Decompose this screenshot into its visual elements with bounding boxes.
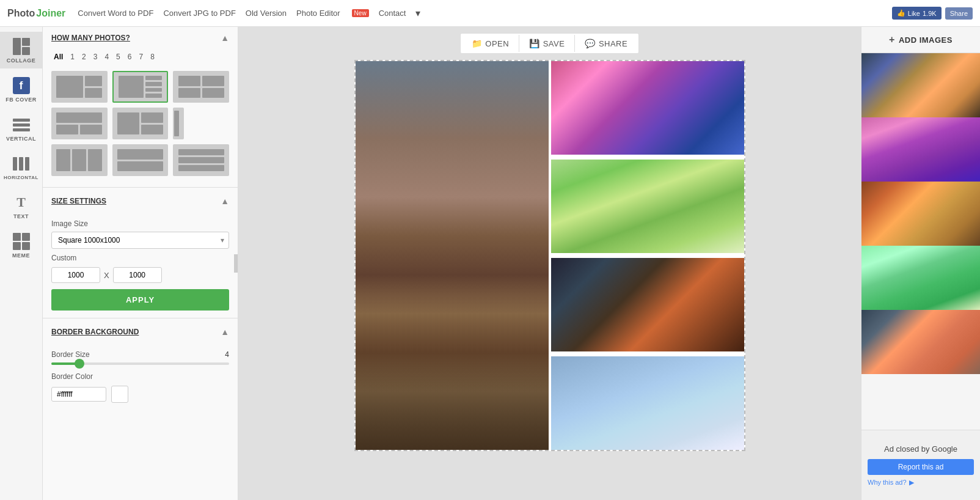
nav-old-version[interactable]: Old Version <box>246 9 287 18</box>
size-settings-chevron-icon: ▲ <box>221 196 229 206</box>
ad-area: Ad closed by Google Report this ad Why t… <box>861 430 980 500</box>
size-settings-title: SIZE SETTINGS <box>51 197 106 205</box>
horizontal-icon <box>12 154 31 174</box>
share-button[interactable]: 💬 SHARE <box>576 34 636 53</box>
border-bg-chevron-icon: ▲ <box>221 327 229 337</box>
custom-size-row: X <box>51 267 229 283</box>
new-badge: New <box>352 9 369 17</box>
sidebar-item-text[interactable]: T TEXT <box>0 188 42 224</box>
how-many-photos-header[interactable]: HOW MANY PHOTOS? ▲ <box>43 27 238 49</box>
border-color-row: Border Color <box>51 372 229 381</box>
toolbar-divider-2 <box>574 35 575 52</box>
size-settings-header[interactable]: SIZE SETTINGS ▲ <box>43 190 238 212</box>
sidebar-text-label: TEXT <box>13 213 29 219</box>
sidebar-item-collage[interactable]: COLLAGE <box>0 32 42 68</box>
sidebar-horizontal-label: HORIZONTAL <box>4 175 38 180</box>
photo-cell-5[interactable] <box>551 356 744 450</box>
open-button[interactable]: 📁 OPEN <box>463 34 517 53</box>
layout-grid <box>43 68 238 185</box>
border-size-row: Border Size 4 <box>51 350 229 359</box>
save-icon: 💾 <box>529 39 540 48</box>
layout-thumb-2[interactable] <box>112 71 169 103</box>
nav-right: 👍 Like 1.9K Share <box>892 7 973 20</box>
count-tab-2[interactable]: 2 <box>79 51 89 62</box>
open-label: OPEN <box>485 39 509 48</box>
sidebar-collage-label: COLLAGE <box>7 57 36 64</box>
ad-closed-line1: Ad closed by Google <box>884 444 957 455</box>
sidebar-item-vertical[interactable]: VERTICAL <box>0 110 42 147</box>
fb-share-button[interactable]: Share <box>945 7 973 20</box>
thumbnail-4[interactable] <box>861 246 980 310</box>
sidebar-fbcover-label: FB COVER <box>5 97 37 103</box>
sidebar-item-meme[interactable]: MEME <box>0 227 42 263</box>
layout-thumb-1[interactable] <box>51 71 108 103</box>
count-tab-4[interactable]: 4 <box>102 51 111 62</box>
vertical-icon <box>12 115 31 134</box>
size-x-separator: X <box>104 271 109 280</box>
save-button[interactable]: 💾 SAVE <box>521 34 573 53</box>
border-color-input[interactable] <box>51 387 106 402</box>
count-tab-6[interactable]: 6 <box>125 51 134 62</box>
brand-logo[interactable]: Photo Joiner <box>7 8 65 19</box>
photo-cell-1[interactable] <box>356 61 549 450</box>
layout-thumb-9[interactable] <box>173 144 229 176</box>
report-ad-button[interactable]: Report this ad <box>868 459 974 475</box>
border-background-title: BORDER BACKGROUND <box>51 328 139 336</box>
apply-button[interactable]: APPLY <box>51 289 229 311</box>
controls-panel: HOW MANY PHOTOS? ▲ All 1 2 3 4 5 6 7 8 <box>43 27 238 500</box>
custom-height-input[interactable] <box>113 267 162 283</box>
contact-arrow-icon[interactable]: ▾ <box>415 7 420 19</box>
slider-thumb[interactable] <box>75 359 84 369</box>
why-ad-arrow-icon: ▶ <box>909 479 914 487</box>
nav-links: Convert Word to PDF Convert JPG to PDF O… <box>78 7 879 19</box>
why-ad-link[interactable]: Why this ad? ▶ <box>868 479 974 487</box>
panel-collapse-arrow[interactable]: › <box>234 254 238 273</box>
thumbnail-5[interactable] <box>861 310 980 374</box>
text-icon: T <box>12 193 31 212</box>
thumbnail-2[interactable] <box>861 117 980 182</box>
nav-contact[interactable]: Contact <box>379 9 406 18</box>
layout-thumb-5[interactable] <box>112 108 169 139</box>
count-tab-8[interactable]: 8 <box>148 51 157 62</box>
plus-icon: + <box>889 34 895 45</box>
fb-like-button[interactable]: 👍 Like 1.9K <box>892 7 942 20</box>
how-many-chevron-icon: ▲ <box>221 33 229 43</box>
layout-thumb-6[interactable] <box>173 108 184 139</box>
thumbnail-1[interactable] <box>861 53 980 117</box>
count-tab-3[interactable]: 3 <box>91 51 100 62</box>
count-tab-5[interactable]: 5 <box>114 51 123 62</box>
border-size-slider[interactable] <box>51 362 229 365</box>
add-images-label: ADD IMAGES <box>899 35 953 45</box>
layout-thumb-7[interactable] <box>51 144 108 176</box>
count-tab-all[interactable]: All <box>51 51 65 62</box>
layout-thumb-3[interactable] <box>173 71 229 103</box>
nav-convert-word[interactable]: Convert Word to PDF <box>78 9 153 18</box>
fb-share-label: Share <box>950 10 968 17</box>
border-background-header[interactable]: BORDER BACKGROUND ▲ <box>43 321 238 343</box>
count-tab-7[interactable]: 7 <box>136 51 145 62</box>
border-color-swatch[interactable] <box>111 386 128 403</box>
fb-like-count: 1.9K <box>923 10 937 17</box>
photo-cell-2[interactable] <box>551 61 744 157</box>
thumb-icon: 👍 <box>897 9 905 17</box>
sidebar-item-horizontal[interactable]: HORIZONTAL <box>0 149 42 185</box>
why-ad-text: Why this ad? <box>868 479 907 486</box>
image-size-select[interactable]: Square 1000x1000 Landscape 1500x1000 Por… <box>51 232 229 249</box>
sidebar-item-fb-cover[interactable]: f FB COVER <box>0 71 42 108</box>
custom-width-input[interactable] <box>51 267 100 283</box>
photo-cell-4[interactable] <box>551 258 744 354</box>
layout-thumb-8[interactable] <box>112 144 169 176</box>
top-nav: Photo Joiner Convert Word to PDF Convert… <box>0 0 980 27</box>
add-images-button[interactable]: + ADD IMAGES <box>861 27 980 53</box>
meme-icon <box>12 232 31 251</box>
nav-convert-jpg[interactable]: Convert JPG to PDF <box>163 9 235 18</box>
image-size-label: Image Size <box>51 219 229 228</box>
nav-photo-editor[interactable]: Photo Editor <box>296 9 340 18</box>
border-size-label: Border Size <box>51 350 90 359</box>
layout-thumb-4[interactable] <box>51 108 108 139</box>
canvas-toolbar: 📁 OPEN 💾 SAVE 💬 SHARE <box>460 33 639 54</box>
count-tab-1[interactable]: 1 <box>68 51 77 62</box>
sidebar-meme-label: MEME <box>12 252 30 259</box>
thumbnail-3[interactable] <box>861 182 980 246</box>
photo-cell-3[interactable] <box>551 160 744 256</box>
